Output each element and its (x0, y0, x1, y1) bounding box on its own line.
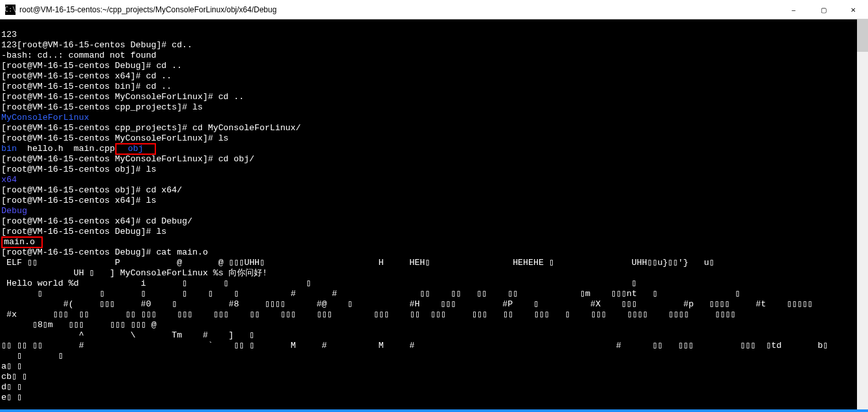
term-line-binary: Hello world %d i ▯ ▯ ▯ ▯ (1, 279, 637, 288)
minimize-button[interactable]: – (779, 0, 808, 19)
term-line: [root@VM-16-15-centos cpp_projects]# ls (1, 102, 203, 112)
term-line-binary: ▯▯ ▯▯ ▯▯ # ` ▯▯ ▯ M # M # # ▯▯ ▯▯▯ ▯▯▯ ▯… (1, 341, 828, 350)
terminal-container: 123 123[root@VM-16-15-centos Debug]# cd.… (0, 19, 868, 412)
term-line: [root@VM-16-15-centos Debug]# cat main.o (1, 247, 208, 257)
dir-bin: bin (1, 144, 17, 154)
window-bottom-border (0, 409, 868, 412)
term-line-ls: bin hello.h main.cpp obj (1, 144, 156, 154)
window-controls: – ▢ ✕ (779, 0, 868, 19)
term-line-binary: ▯ ▯ ▯ ▯ ▯ ▯ # # ▯▯ ▯▯ ▯▯ ▯▯ ▯m ▯▯▯nt ▯ ▯ (1, 289, 740, 299)
term-line-binary: a▯ ▯ (1, 361, 22, 371)
term-line-binary: UH ▯ ] MyConsoleForLinux %s 向你问好! (1, 268, 267, 278)
term-line-binary: ^ \ Tm # ] ▯ (1, 330, 254, 340)
term-line: [root@VM-16-15-centos obj]# ls (1, 165, 156, 174)
term-line-dir: x64 (1, 175, 17, 185)
term-line: [root@VM-16-15-centos cpp_projects]# cd … (1, 123, 301, 133)
term-line-binary: #( ▯▯▯ #0 ▯ #8 ▯▯▯▯ #@ ▯ #H ▯▯▯ #P ▯ #X … (1, 299, 812, 309)
term-line-hl: main.o (1, 237, 43, 247)
term-line-binary: ELF ▯▯ P @ @ ▯▯▯UHH▯ H HEH▯ HEHEHE ▯ UHH… (1, 258, 715, 268)
term-line: [root@VM-16-15-centos bin]# cd .. (1, 82, 172, 91)
term-line: [root@VM-16-15-centos Debug]# cd .. (1, 61, 182, 71)
term-line: 123[root@VM-16-15-centos Debug]# cd.. (1, 40, 192, 50)
terminal-icon: C:\ (5, 5, 16, 15)
term-line: 123 (1, 30, 17, 40)
term-line-binary: d▯ ▯ (1, 382, 22, 392)
term-line-binary: cb▯ ▯ (1, 372, 27, 382)
term-line: [root@VM-16-15-centos MyConsoleForLinux]… (1, 133, 228, 143)
term-line: [root@VM-16-15-centos x64]# ls (1, 196, 156, 205)
term-line-binary: #x ▯▯▯ ▯▯ ▯▯ ▯▯▯ ▯▯▯ ▯▯▯ ▯▯ ▯▯▯ ▯▯▯ ▯▯▯ … (1, 310, 736, 319)
maximize-button[interactable]: ▢ (808, 0, 838, 19)
term-line: [root@VM-16-15-centos x64]# cd Debug/ (1, 216, 192, 226)
term-line-binary: e▯ ▯ (1, 393, 22, 402)
window-titlebar: C:\ root@VM-16-15-centos:~/cpp_projects/… (0, 0, 868, 19)
term-line: [root@VM-16-15-centos Debug]# ls (1, 227, 166, 236)
term-line: [root@VM-16-15-centos MyConsoleForLinux]… (1, 92, 244, 102)
highlight-main-o: main.o (1, 236, 43, 248)
term-line: [root@VM-16-15-centos x64]# cd .. (1, 71, 172, 81)
term-line-dir: Debug (1, 206, 27, 216)
highlight-obj: obj (115, 143, 157, 155)
ls-files: hello.h main.cpp (17, 144, 115, 154)
term-line: [root@VM-16-15-centos obj]# cd x64/ (1, 185, 182, 195)
vertical-scrollbar[interactable] (857, 19, 868, 412)
term-line-binary: ▯ ▯ (1, 351, 63, 361)
window-title: root@VM-16-15-centos:~/cpp_projects/MyCo… (19, 5, 779, 14)
term-line: [root@VM-16-15-centos MyConsoleForLinux]… (1, 154, 254, 164)
terminal-output[interactable]: 123 123[root@VM-16-15-centos Debug]# cd.… (0, 19, 857, 412)
term-line-dir: MyConsoleForLinux (1, 113, 89, 122)
term-line: -bash: cd..: command not found (1, 51, 156, 60)
term-line-binary: ▯8▯m ▯▯▯ ▯▯▯ ▯▯▯ @ (1, 320, 157, 330)
close-button[interactable]: ✕ (838, 0, 868, 19)
scrollbar-thumb[interactable] (857, 19, 868, 52)
